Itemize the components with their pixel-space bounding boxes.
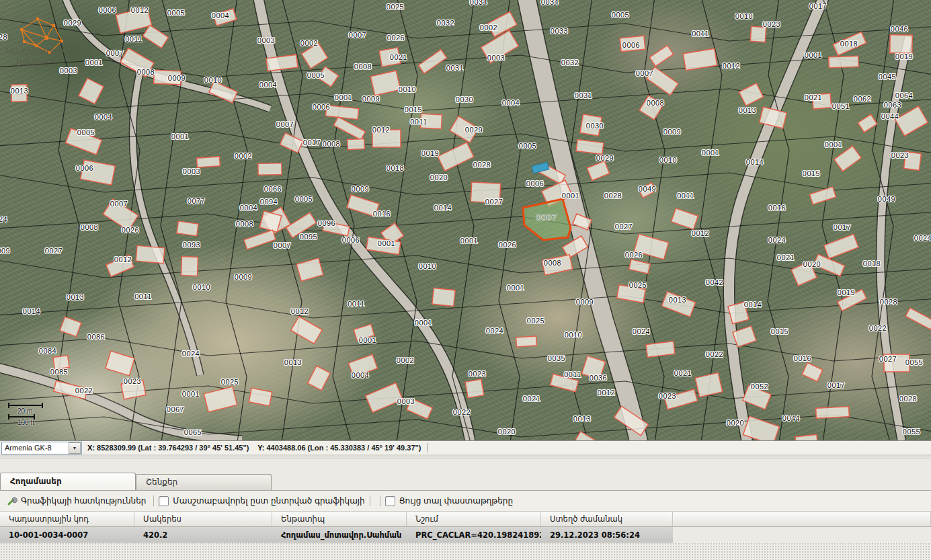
building-footprint: [802, 363, 823, 382]
zoom-to-selected-option: Մասշտաբավորել ըստ ընտրված գրաֆիկայի: [159, 496, 364, 506]
parcel-label: 0009: [235, 273, 252, 281]
parcel-label: 0030: [586, 122, 604, 130]
parcel-label: 0033: [551, 27, 568, 35]
map-viewport[interactable]: 0028002900060012000500040011000700010003…: [0, 0, 931, 440]
parcel-label: 0001: [335, 93, 352, 102]
parcel-label: 0012: [598, 389, 615, 397]
parcel-label: 0003: [183, 167, 200, 175]
parcel-label: 0012: [291, 307, 309, 315]
parcel-label: 0009: [352, 185, 369, 193]
parcel-label: 0010: [659, 156, 677, 164]
building-footprint: [646, 342, 675, 358]
parcel-label: 0012: [131, 6, 149, 14]
parcel-label: 0003: [397, 397, 415, 405]
building-footprint: [834, 146, 861, 171]
parcel-label: 0018: [387, 164, 404, 172]
parcel-label: 0062: [854, 95, 871, 103]
parcel-label: 0016: [373, 210, 391, 218]
toolbar-separator: [153, 495, 154, 506]
column-header-note[interactable]: Նշում: [407, 512, 541, 526]
parcel-label: 0064: [895, 91, 913, 99]
parcel-label: 0020: [430, 173, 448, 182]
cell-subtype: Հողամաս_մոտավոր.Սահման: [272, 527, 407, 543]
parcel-label: 0019: [895, 52, 913, 61]
parcel-label: 0011: [410, 118, 428, 126]
parcel-label: 0018: [863, 259, 881, 268]
parcel-label: 0023: [763, 20, 780, 28]
parcel-label: 0004: [95, 113, 112, 121]
parcel-label: 0021: [674, 369, 692, 377]
column-header-filler: [673, 512, 931, 526]
parcel-label: 0009: [362, 95, 380, 103]
parcel-label: 0021: [805, 93, 822, 102]
parcel-label: 0012: [372, 126, 390, 134]
parcel-label: 0001: [825, 141, 842, 149]
parcel-label: 0005: [77, 128, 95, 136]
parcel-label: 0024: [633, 327, 650, 335]
column-header-area[interactable]: Մակերես: [134, 512, 272, 526]
cell-created-time: 29.12.2023 08:56:24: [541, 527, 673, 543]
zoom-to-selected-label: Մասշտաբավորել ըստ ընտրված գրաֆիկայի: [173, 496, 364, 506]
tab-bar: Հողամասեր Շենքեր: [0, 473, 931, 491]
parcel-label: 0002: [397, 356, 414, 364]
building-footprint: [204, 387, 237, 412]
parcel-label: 0001: [805, 51, 822, 59]
parcel-label: 0010: [419, 262, 436, 270]
column-header-cadastral-code[interactable]: Կադաստրային կոդ: [0, 512, 134, 526]
parcel-label: 0008: [647, 99, 664, 107]
parcel-label: 0021: [390, 53, 407, 61]
parcel-label: 0003: [257, 36, 275, 44]
parcel-label: 0077: [188, 197, 205, 205]
building-footprint: [333, 117, 365, 140]
tab-buildings[interactable]: Շենքեր: [136, 474, 272, 490]
parcel-label: 0001: [378, 239, 395, 247]
parcel-label: 0002: [235, 152, 252, 160]
projection-select[interactable]: Armenia GK-8 ▼: [1, 442, 82, 454]
building-footprint: [296, 258, 323, 281]
parcel-label: 0042: [706, 278, 723, 286]
parcel-label: 0014: [746, 158, 764, 166]
parcel-label: 0011: [564, 370, 581, 378]
parcel-label: 0013: [739, 106, 756, 114]
parcel-label: 0095: [300, 233, 317, 241]
parcel-label: 0001: [702, 149, 719, 157]
parcel-label: 0063: [884, 101, 901, 109]
parcel-label: 0011: [348, 300, 365, 308]
chevron-down-icon[interactable]: ▼: [69, 442, 81, 454]
toolbar-separator: [370, 495, 370, 506]
tab-parcels[interactable]: Հողամասեր: [0, 473, 136, 490]
map-canvas: [0, 0, 931, 440]
building-footprint: [795, 434, 818, 440]
parcel-label: 0026: [625, 251, 643, 259]
building-footprint: [181, 257, 198, 276]
parcel-label: 0013: [11, 87, 28, 95]
scale-imperial-label: 100 ft: [8, 419, 43, 426]
zoom-to-selected-checkbox[interactable]: [159, 496, 169, 506]
parcel-label: 0024: [486, 327, 503, 335]
parcel-label: 0005: [519, 142, 536, 150]
parcel-label: 0049: [878, 195, 895, 203]
parcel-label: 0065: [184, 428, 202, 436]
parcel-label: 0052: [751, 383, 768, 391]
parcel-label: 0013: [67, 293, 84, 301]
graphic-properties-button[interactable]: Գրաֆիկայի հատկություններ: [4, 494, 149, 508]
column-header-subtype[interactable]: Ենթատիպ: [272, 512, 407, 526]
parcel-label: 0007: [110, 200, 128, 208]
show-documents-checkbox[interactable]: [385, 496, 395, 506]
parcel-label: 0017: [809, 2, 827, 10]
column-header-created-time[interactable]: Ստեղծ ժամանակ: [541, 512, 673, 526]
parcel-label: 0013: [669, 296, 686, 304]
parcel-label: 0004: [212, 11, 229, 19]
parcel-label: 0096: [318, 219, 335, 227]
table-row-selected[interactable]: 10-001-0034-0007 420.2 Հողամաս_մոտավոր.Ս…: [0, 527, 931, 543]
parcel-label: 0008: [81, 223, 98, 231]
parcel-label: 0008: [137, 68, 155, 76]
parcel-label: 0035: [548, 354, 565, 362]
scale-bar: 20 m 100 ft: [8, 403, 43, 426]
panel-splitter[interactable]: [0, 454, 931, 458]
parcel-label: 0028: [473, 161, 491, 169]
parcel-label: 0019: [421, 149, 439, 157]
parcel-label: 0016: [768, 204, 786, 212]
parcel-label: 0001: [562, 192, 579, 200]
building-footprint: [244, 230, 276, 249]
